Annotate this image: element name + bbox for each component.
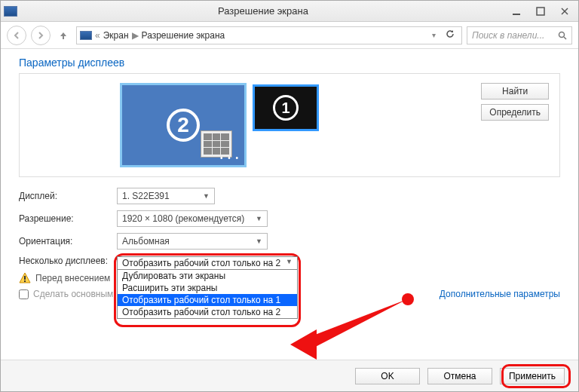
window-title: Разрешение экрана	[23, 5, 503, 17]
display-label: Дисплей:	[19, 191, 117, 201]
dropdown-option[interactable]: Расширить эти экраны	[118, 282, 297, 294]
multi-display-label: Несколько дисплеев:	[19, 256, 117, 266]
breadcrumb-sep: «	[95, 30, 100, 41]
monitor-2-preview[interactable]: 2 • • •	[120, 83, 247, 167]
search-icon	[558, 31, 567, 40]
display-arrangement-panel: 2 • • • 1 Найти Определить	[19, 73, 560, 177]
chevron-down-icon: ▼	[256, 215, 262, 222]
warning-icon	[19, 272, 31, 284]
up-button[interactable]	[55, 27, 72, 44]
display-value: 1. S22E391	[122, 191, 170, 201]
page-heading: Параметры дисплеев	[19, 57, 560, 69]
monitor-dots: • • •	[220, 154, 240, 162]
dropdown-option[interactable]: Отобразить рабочий стол только на 2	[118, 306, 297, 318]
apply-button[interactable]: Применить	[500, 368, 565, 384]
advanced-settings-link[interactable]: Дополнительные параметры	[440, 289, 560, 299]
forward-button[interactable]	[31, 26, 51, 45]
close-button[interactable]	[554, 4, 575, 19]
monitor-icon	[80, 31, 92, 40]
multi-display-row: Несколько дисплеев: Отобразить рабочий с…	[19, 256, 560, 266]
monitor-1-number: 1	[273, 95, 299, 121]
resolution-select[interactable]: 1920 × 1080 (рекомендуется) ▼	[117, 210, 268, 227]
svg-point-4	[559, 32, 565, 37]
orientation-value: Альбомная	[122, 236, 170, 247]
refresh-icon[interactable]	[442, 29, 458, 41]
cancel-button[interactable]: Отмена	[427, 368, 492, 384]
make-primary-checkbox[interactable]	[19, 289, 29, 299]
chevron-down-icon: ▼	[203, 192, 210, 200]
breadcrumb-item-2[interactable]: Разрешение экрана	[142, 30, 225, 41]
dropdown-option-highlighted[interactable]: Отобразить рабочий стол только на 1	[118, 294, 297, 306]
make-primary-label: Сделать основным	[33, 289, 113, 299]
minimize-button[interactable]	[506, 4, 527, 19]
identify-button[interactable]: Определить	[481, 104, 549, 121]
content-area: Параметры дисплеев 2 • • • 1 Найти Опред…	[1, 49, 578, 307]
chevron-down-icon: ▼	[256, 237, 262, 245]
svg-rect-1	[537, 8, 544, 15]
back-button[interactable]	[7, 26, 26, 45]
svg-rect-6	[24, 276, 26, 280]
multi-display-dropdown[interactable]: Отобразить рабочий стол только на 2▼ Дуб…	[117, 256, 298, 319]
svg-line-5	[564, 37, 566, 39]
ok-button[interactable]: OK	[355, 368, 420, 384]
dropdown-option[interactable]: Дублировать эти экраны	[118, 270, 297, 282]
resolution-label: Разрешение:	[19, 213, 117, 224]
breadcrumb-arrow: ▶	[132, 30, 139, 41]
orientation-label: Ориентация:	[19, 236, 117, 247]
breadcrumb-item-1[interactable]: Экран	[103, 30, 129, 41]
display-select[interactable]: 1. S22E391 ▼	[117, 188, 215, 204]
svg-rect-0	[513, 14, 520, 15]
monitor-2-number: 2	[167, 109, 200, 142]
search-input[interactable]: Поиск в панели...	[467, 26, 572, 44]
titlebar: Разрешение экрана	[1, 1, 578, 22]
bottom-button-bar: OK Отмена Применить	[1, 360, 578, 391]
find-button[interactable]: Найти	[481, 83, 549, 100]
search-placeholder: Поиск в панели...	[472, 30, 544, 41]
breadcrumb-dropdown-icon[interactable]: ▾	[429, 31, 439, 39]
navbar: « Экран ▶ Разрешение экрана ▾ Поиск в па…	[1, 22, 578, 49]
svg-rect-7	[24, 280, 26, 282]
monitor-1-preview[interactable]: 1	[253, 84, 319, 131]
breadcrumb-bar[interactable]: « Экран ▶ Разрешение экрана ▾	[76, 26, 462, 44]
resolution-value: 1920 × 1080 (рекомендуется)	[122, 213, 244, 224]
dropdown-selected[interactable]: Отобразить рабочий стол только на 2▼	[118, 257, 297, 270]
maximize-button[interactable]	[530, 4, 551, 19]
orientation-select[interactable]: Альбомная ▼	[117, 233, 268, 250]
notice-text: Перед внесением	[35, 273, 110, 283]
app-icon	[4, 6, 17, 17]
